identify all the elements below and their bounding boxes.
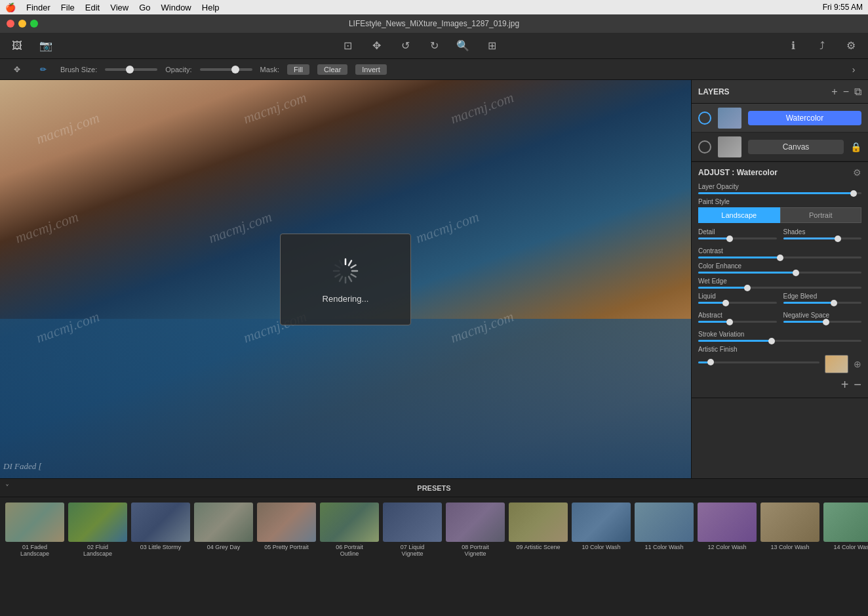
preset-name-02: 02 FluidLandscape — [83, 544, 112, 557]
preset-thumb-12 — [698, 503, 757, 542]
layer-name-watercolor[interactable]: Watercolor — [748, 111, 861, 125]
color-enhance-slider[interactable] — [698, 272, 861, 274]
toolbar: 🖼 📷 ⊡ ✥ ↺ ↻ 🔍 ⊞ ℹ ⤴ ⚙ — [0, 33, 868, 59]
shades-slider-group: Shades — [783, 228, 862, 243]
preset-name-10: 10 Color Wash — [582, 544, 620, 550]
clear-button[interactable]: Clear — [317, 64, 347, 75]
maximize-button[interactable] — [30, 20, 38, 28]
layers-header: LAYERS + − ⧉ — [692, 80, 868, 104]
layer-item-watercolor[interactable]: Watercolor — [692, 104, 868, 133]
preset-item-13[interactable]: 13 Color Wash — [760, 503, 819, 557]
preset-item-07[interactable]: 07 LiquidVignette — [383, 503, 442, 557]
presets-scroll[interactable]: 01 FadedLandscape 02 FluidLandscape 03 L… — [0, 497, 868, 562]
shades-slider[interactable] — [783, 237, 862, 239]
preset-name-13: 13 Color Wash — [770, 544, 809, 550]
layer-name-canvas[interactable]: Canvas — [748, 140, 844, 154]
preset-item-11[interactable]: 11 Color Wash — [635, 503, 694, 557]
zoom-fit-icon[interactable]: ⊞ — [483, 37, 501, 55]
copy-layer-button[interactable]: ⧉ — [854, 86, 861, 98]
paint-style-row: Paint Style Landscape Portrait — [698, 198, 861, 223]
opacity-label: Opacity: — [165, 66, 191, 73]
landscape-button[interactable]: Landscape — [698, 207, 780, 223]
layer-opacity-slider[interactable] — [698, 192, 861, 194]
layer-item-canvas[interactable]: Canvas 🔒 — [692, 133, 868, 161]
opacity-slider-container[interactable] — [200, 68, 252, 71]
finish-preview — [825, 355, 848, 373]
apple-menu[interactable]: 🍎 — [5, 3, 16, 12]
brush-tool-icon[interactable]: ✏ — [34, 60, 52, 79]
negative-space-slider[interactable] — [783, 321, 862, 323]
settings-icon[interactable]: ⚙ — [842, 37, 860, 55]
presets-collapse-button[interactable]: ˅ — [5, 483, 9, 493]
preset-item-09[interactable]: 09 Artistic Scene — [509, 503, 568, 557]
preset-item-06[interactable]: 06 PortraitOutline — [320, 503, 379, 557]
preset-thumb-13 — [760, 503, 819, 542]
preset-item-08[interactable]: 08 PortraitVignette — [446, 503, 505, 557]
move-tool-icon[interactable]: ✥ — [8, 60, 26, 79]
layer-visibility-watercolor[interactable] — [698, 112, 711, 125]
abstract-slider[interactable] — [698, 321, 777, 323]
menu-finder[interactable]: Finder — [26, 3, 50, 12]
finish-link-button[interactable]: ⊕ — [854, 359, 861, 369]
rotate-left-icon[interactable]: ↺ — [396, 37, 414, 55]
preset-name-14: 14 Color Wash — [833, 544, 868, 550]
move-icon[interactable]: ✥ — [367, 37, 385, 55]
remove-effect-button[interactable]: − — [854, 377, 861, 392]
artistic-finish-label: Artistic Finish — [698, 346, 861, 353]
detail-slider[interactable] — [698, 237, 777, 239]
menu-view[interactable]: View — [110, 3, 128, 12]
contrast-slider[interactable] — [698, 257, 861, 258]
finish-actions: ⊕ — [854, 359, 861, 369]
panel-toggle-icon[interactable]: › — [847, 63, 860, 76]
preset-thumb-01 — [5, 503, 64, 542]
preset-thumb-07 — [383, 503, 442, 542]
preset-item-10[interactable]: 10 Color Wash — [572, 503, 631, 557]
adjust-settings-icon[interactable]: ⚙ — [853, 167, 861, 178]
wet-edge-row: Wet Edge — [698, 277, 861, 289]
menu-go[interactable]: Go — [139, 3, 150, 12]
photo-icon2[interactable]: 📷 — [37, 37, 55, 55]
add-layer-button[interactable]: + — [831, 86, 837, 98]
menu-file[interactable]: File — [61, 3, 75, 12]
wet-edge-slider[interactable] — [698, 287, 861, 289]
window-title: LIFEstyle_News_MiXture_Images_1287_019.j… — [349, 19, 519, 28]
svg-line-5 — [349, 277, 351, 281]
detail-slider-group: Detail — [698, 228, 777, 243]
menu-window[interactable]: Window — [161, 3, 191, 12]
photo-tool-icon[interactable]: 🖼 — [8, 37, 26, 55]
crop-icon[interactable]: ⊡ — [338, 37, 357, 55]
artistic-finish-slider[interactable] — [698, 361, 819, 363]
preset-item-03[interactable]: 03 Little Stormy — [131, 503, 190, 557]
fill-button[interactable]: Fill — [287, 64, 309, 75]
remove-layer-button[interactable]: − — [843, 86, 849, 98]
stroke-variation-slider[interactable] — [698, 340, 861, 342]
portrait-button[interactable]: Portrait — [780, 207, 862, 223]
preset-item-12[interactable]: 12 Color Wash — [698, 503, 757, 557]
mask-label: Mask: — [260, 66, 279, 73]
preset-item-02[interactable]: 02 FluidLandscape — [68, 503, 127, 557]
add-effect-button[interactable]: + — [841, 377, 849, 392]
presets-title: PRESETS — [417, 484, 450, 492]
layer-visibility-canvas[interactable] — [698, 140, 711, 154]
preset-item-01[interactable]: 01 FadedLandscape — [5, 503, 64, 557]
liquid-slider[interactable] — [698, 302, 777, 304]
invert-button[interactable]: Invert — [355, 64, 387, 75]
preset-item-05[interactable]: 05 Pretty Portrait — [257, 503, 316, 557]
lock-icon: 🔒 — [850, 142, 861, 152]
preset-item-14[interactable]: 14 Color Wash — [823, 503, 868, 557]
close-button[interactable] — [7, 20, 14, 28]
svg-line-1 — [349, 260, 351, 265]
edge-bleed-slider[interactable] — [783, 302, 862, 304]
minimize-button[interactable] — [18, 20, 26, 28]
rotate-right-icon[interactable]: ↻ — [425, 37, 443, 55]
menu-help[interactable]: Help — [202, 3, 220, 12]
liquid-slider-group: Liquid — [698, 293, 777, 308]
brush-size-slider-container[interactable] — [105, 68, 157, 71]
canvas-area[interactable]: macmj.com macmj.com macmj.com macmj.com … — [0, 80, 691, 478]
share-icon[interactable]: ⤴ — [813, 37, 831, 55]
zoom-out-icon[interactable]: 🔍 — [454, 37, 472, 55]
menu-edit[interactable]: Edit — [85, 3, 100, 12]
info-icon[interactable]: ℹ — [784, 37, 802, 55]
preset-item-04[interactable]: 04 Grey Day — [194, 503, 253, 557]
color-enhance-label: Color Enhance — [698, 262, 861, 270]
